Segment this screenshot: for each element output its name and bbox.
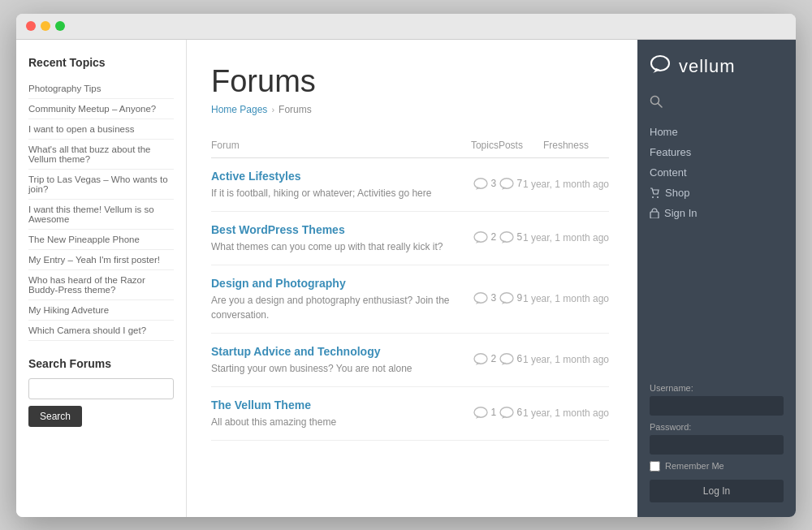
- freshness-cell: 1 year, 1 month ago: [523, 386, 609, 440]
- posts-cell: 6: [499, 386, 523, 440]
- nav-link[interactable]: Sign In: [650, 204, 784, 222]
- list-item: My Entry – Yeah I'm first poster!: [28, 250, 174, 270]
- breadcrumb-home[interactable]: Home Pages: [211, 104, 267, 115]
- forums-table: Forum Topics Posts Freshness Active Life…: [211, 135, 609, 441]
- brand-icon: [650, 54, 672, 79]
- login-button[interactable]: Log In: [650, 480, 784, 502]
- svg-line-12: [659, 103, 663, 107]
- svg-point-5: [500, 292, 513, 302]
- sidebar-item-content: Content: [650, 163, 784, 182]
- right-panel: vellum HomeFeaturesContent Shop Sign In …: [637, 40, 796, 517]
- sidebar-link[interactable]: Which Camera should I get?: [28, 321, 174, 340]
- forum-desc: All about this amazing theme: [211, 416, 336, 428]
- svg-point-0: [474, 178, 487, 187]
- posts-cell: 6: [499, 333, 523, 386]
- forum-cell: Startup Advice and TechnologyStarting yo…: [211, 333, 471, 386]
- forum-cell: Design and PhotographyAre you a design a…: [211, 265, 471, 333]
- sidebar-link[interactable]: Who has heard of the Razor Buddy-Press t…: [28, 270, 174, 299]
- forum-link[interactable]: Design and Photography: [211, 277, 471, 290]
- posts-count: 6: [499, 352, 523, 365]
- nav-link[interactable]: Shop: [650, 183, 784, 202]
- sidebar-item-home: Home: [650, 123, 784, 141]
- brand-name: vellum: [679, 56, 736, 77]
- search-button[interactable]: Search: [28, 406, 82, 427]
- sidebar-link[interactable]: What's all that buzz about the Vellum th…: [28, 140, 174, 169]
- password-label: Password:: [650, 422, 784, 432]
- recent-topics-list: Photography TipsCommunity Meetup – Anyon…: [28, 79, 174, 341]
- svg-point-3: [500, 231, 513, 241]
- breadcrumb: Home Pages › Forums: [211, 104, 609, 115]
- close-button[interactable]: [26, 21, 36, 31]
- freshness-cell: 1 year, 1 month ago: [523, 265, 609, 333]
- svg-point-4: [474, 292, 487, 302]
- nav-link[interactable]: Features: [650, 143, 784, 162]
- sidebar-link[interactable]: I want to open a business: [28, 119, 174, 139]
- forum-cell: Active LifestylesIf it is football, hiki…: [211, 157, 471, 211]
- list-item: Photography Tips: [28, 79, 174, 99]
- sidebar-link[interactable]: My Entry – Yeah I'm first poster!: [28, 250, 174, 269]
- forum-link[interactable]: Best WordPress Themes: [211, 223, 471, 236]
- remember-checkbox[interactable]: [650, 461, 660, 472]
- username-input[interactable]: [650, 396, 784, 416]
- svg-point-6: [474, 353, 487, 363]
- remember-label: Remember Me: [665, 461, 724, 471]
- maximize-button[interactable]: [55, 21, 65, 31]
- nav-link[interactable]: Home: [650, 123, 784, 141]
- forum-link[interactable]: The Vellum Theme: [211, 399, 471, 412]
- topics-cell: 3: [471, 157, 499, 211]
- posts-count: 5: [499, 231, 523, 243]
- sidebar-link[interactable]: Trip to Las Vegas – Who wants to join?: [28, 170, 174, 199]
- topics-cell: 2: [471, 211, 499, 265]
- freshness-cell: 1 year, 1 month ago: [523, 333, 609, 386]
- list-item: Trip to Las Vegas – Who wants to join?: [28, 170, 174, 200]
- list-item: Which Camera should I get?: [28, 321, 174, 341]
- topics-count: 2: [473, 352, 497, 365]
- posts-count: 6: [499, 406, 523, 419]
- sidebar-link[interactable]: Photography Tips: [28, 79, 174, 98]
- list-item: The New Pineapple Phone: [28, 230, 174, 250]
- topics-count: 2: [473, 231, 497, 243]
- minimize-button[interactable]: [41, 21, 50, 31]
- forum-desc: Are you a design and photography enthusi…: [211, 295, 450, 321]
- nav-link[interactable]: Content: [650, 163, 784, 182]
- table-row: Startup Advice and TechnologyStarting yo…: [211, 333, 609, 386]
- freshness-cell: 1 year, 1 month ago: [523, 157, 609, 211]
- breadcrumb-separator: ›: [271, 105, 274, 114]
- sidebar-link[interactable]: Community Meetup – Anyone?: [28, 99, 174, 118]
- col-topics: Topics: [471, 135, 499, 158]
- search-input[interactable]: [28, 378, 174, 399]
- breadcrumb-current: Forums: [279, 104, 312, 115]
- login-section: Username: Password: Remember Me Log In: [650, 383, 784, 502]
- svg-point-10: [651, 56, 669, 71]
- sidebar-link[interactable]: The New Pineapple Phone: [28, 230, 174, 249]
- list-item: Who has heard of the Razor Buddy-Press t…: [28, 270, 174, 300]
- sidebar-item-sign-in: Sign In: [650, 204, 784, 222]
- sidebar: Recent Topics Photography TipsCommunity …: [16, 40, 187, 517]
- search-icon[interactable]: [650, 95, 784, 111]
- topics-cell: 3: [471, 265, 499, 333]
- table-row: Design and PhotographyAre you a design a…: [211, 265, 609, 333]
- col-freshness: Freshness: [523, 135, 609, 158]
- username-label: Username:: [650, 383, 784, 393]
- table-row: The Vellum ThemeAll about this amazing t…: [211, 386, 609, 440]
- forum-link[interactable]: Startup Advice and Technology: [211, 345, 471, 358]
- topics-count: 1: [473, 406, 497, 419]
- svg-point-13: [652, 196, 654, 198]
- brand: vellum: [650, 54, 784, 79]
- forum-link[interactable]: Active Lifestyles: [211, 170, 471, 183]
- password-input[interactable]: [650, 435, 784, 455]
- forum-cell: The Vellum ThemeAll about this amazing t…: [211, 386, 471, 440]
- sidebar-item-shop: Shop: [650, 183, 784, 202]
- topics-cell: 2: [471, 333, 499, 386]
- posts-count: 7: [499, 177, 523, 190]
- traffic-lights: [26, 21, 65, 31]
- table-row: Active LifestylesIf it is football, hiki…: [211, 157, 609, 211]
- sidebar-link[interactable]: I want this theme! Vellum is so Awesome: [28, 200, 174, 229]
- titlebar: [16, 14, 796, 40]
- col-forum: Forum: [211, 135, 471, 158]
- svg-point-2: [474, 231, 487, 241]
- sidebar-link[interactable]: My Hiking Adveture: [28, 300, 174, 320]
- topics-cell: 1: [471, 386, 499, 440]
- forum-desc: Starting your own business? You are not …: [211, 363, 412, 374]
- app-window: Recent Topics Photography TipsCommunity …: [16, 14, 796, 517]
